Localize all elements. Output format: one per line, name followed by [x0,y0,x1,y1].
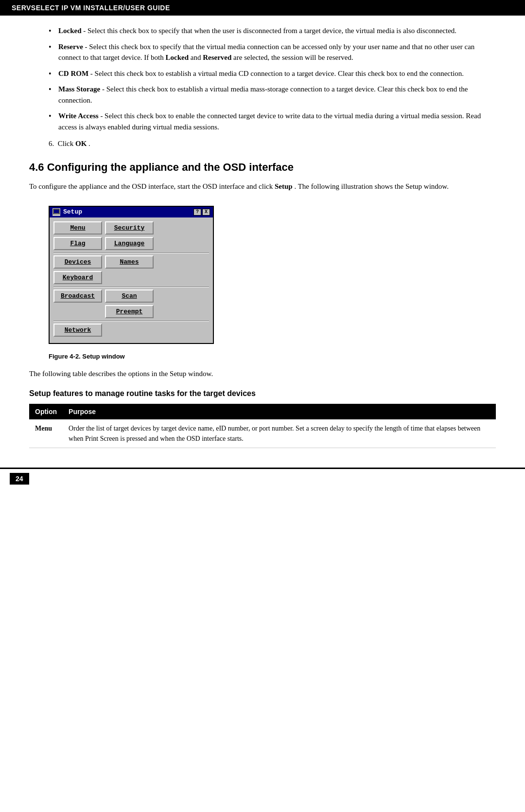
text-massstorage: - Select this check box to establish a v… [58,85,468,104]
setup-row-7: Network [53,324,209,337]
svg-rect-1 [54,210,59,213]
header-bar: SERVSELECT IP VM INSTALLER/USER GUIDE [0,0,525,16]
step6: 6. Click OK . [49,138,496,149]
cell-option-menu: Menu [29,419,63,448]
col-option: Option [29,404,63,419]
section-intro-text1: To configure the appliance and the OSD i… [29,182,275,190]
term-massstorage: Mass Storage [58,85,100,93]
list-item-reserve: Reserve - Select this check box to speci… [49,41,496,63]
subsection-heading: Setup features to manage routine tasks f… [29,389,496,398]
term-writeaccess: Write Access [58,112,99,120]
setup-row-5: Broadcast Scan [53,289,209,303]
setup-row-2: Flag Language [53,237,209,250]
section-intro-text2: . The following illustration shows the S… [294,182,448,190]
setup-row-1: Menu Security [53,221,209,235]
text-and: and [191,54,203,61]
names-button[interactable]: Names [105,255,154,269]
following-text: The following table describes the option… [29,368,496,379]
text-reserved-end: are selected, the session will be reserv… [233,54,353,61]
figure-caption: Figure 4-2. Setup window [49,353,496,360]
setup-row-3: Devices Names [53,255,209,269]
list-item-cdrom: CD ROM - Select this check box to establ… [49,68,496,79]
table-header-row: Option Purpose [29,404,496,419]
term-cdrom: CD ROM [58,70,88,77]
broadcast-button[interactable]: Broadcast [53,289,102,303]
bullet-list: Locked - Select this check box to specif… [49,25,496,132]
page-footer: 24 [0,468,525,488]
section-intro-bold: Setup [275,182,293,190]
setup-body: Menu Security Flag Language Devices Name… [50,217,213,343]
language-button[interactable]: Language [105,237,154,250]
setup-divider-3 [53,321,209,322]
step6-ok: OK [75,140,87,147]
page-number: 24 [10,473,29,485]
setup-titlebar: Setup ? X [50,207,213,217]
flag-button[interactable]: Flag [53,237,102,250]
setup-icon [52,208,60,216]
devices-button[interactable]: Devices [53,255,102,269]
header-title: SERVSELECT IP VM INSTALLER/USER GUIDE [12,4,170,12]
step6-period: . [88,140,90,147]
table-body: Menu Order the list of target devices by… [29,419,496,448]
setup-title: Setup [63,208,82,216]
menu-button[interactable]: Menu [53,221,102,235]
list-item-writeaccess: Write Access - Select this check box to … [49,110,496,132]
term-locked-inline: Locked [165,54,189,61]
section-heading-46: 4.6 Configuring the appliance and the OS… [29,161,496,174]
list-item-locked: Locked - Select this check box to specif… [49,25,496,36]
preempt-button[interactable]: Preempt [105,305,154,318]
table-header: Option Purpose [29,404,496,419]
close-button[interactable]: X [202,209,210,216]
setup-table: Option Purpose Menu Order the list of ta… [29,404,496,448]
section-intro: To configure the appliance and the OSD i… [29,180,496,192]
titlebar-left: Setup [52,208,82,216]
svg-rect-2 [53,214,59,215]
page-content: Locked - Select this check box to specif… [0,16,525,458]
term-locked: Locked [58,27,82,35]
help-button[interactable]: ? [193,209,201,216]
titlebar-controls: ? X [193,209,210,216]
term-reserve: Reserve [58,43,83,51]
setup-row-4: Keyboard [53,271,209,284]
step6-text: 6. Click [49,140,75,147]
setup-window: Setup ? X Menu Security Flag Language [49,206,214,344]
text-writeaccess: - Select this check box to enable the co… [58,112,481,131]
table-row: Menu Order the list of target devices by… [29,419,496,448]
setup-divider-2 [53,287,209,288]
setup-window-container: Setup ? X Menu Security Flag Language [49,206,214,344]
text-locked: - Select this check box to specify that … [83,27,456,35]
security-button[interactable]: Security [105,221,154,235]
setup-divider-1 [53,253,209,253]
network-button[interactable]: Network [53,324,102,337]
setup-row-6: Preempt [53,305,209,318]
scan-button[interactable]: Scan [105,289,154,303]
list-item-massstorage: Mass Storage - Select this check box to … [49,84,496,106]
keyboard-button[interactable]: Keyboard [53,271,102,284]
text-cdrom: - Select this check box to establish a v… [90,70,464,77]
col-purpose: Purpose [63,404,496,419]
term-reserved-inline: Reserved [203,54,231,61]
cell-purpose-menu: Order the list of target devices by targ… [63,419,496,448]
